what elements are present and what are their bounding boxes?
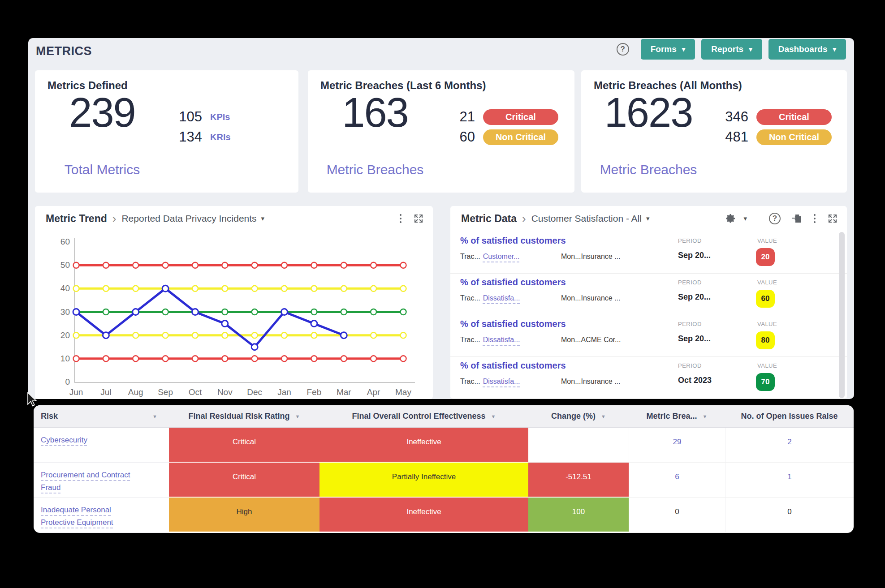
- metric-breaches-cell[interactable]: 0: [629, 498, 725, 532]
- column-header-label: Risk: [41, 412, 58, 421]
- metric-sub-info: Trac...Dissatisfa... Mon...Insurance ...: [460, 378, 520, 386]
- metric-dimension-link[interactable]: Customer...: [483, 253, 520, 260]
- column-header[interactable]: Final Overall Control Effectiveness ▼: [319, 405, 528, 427]
- metric-tracking-prefix: Trac...: [460, 336, 480, 343]
- svg-text:10: 10: [60, 354, 70, 363]
- metric-data-row[interactable]: % of satisfied customers Trac...Dissatis…: [450, 357, 847, 399]
- stat-card: Metrics Defined 239 Total Metrics 105 KP…: [35, 70, 298, 193]
- metric-data-row[interactable]: % of satisfied customers Trac...Customer…: [450, 232, 847, 274]
- column-header[interactable]: Risk ▼: [34, 405, 169, 427]
- metric-org-detail: Mon...Insurance ...: [561, 294, 621, 302]
- period-value: Oct 2023: [678, 376, 712, 385]
- metric-name-link[interactable]: % of satisfied customers: [460, 319, 566, 329]
- divider: [758, 213, 758, 224]
- vertical-scrollbar[interactable]: [839, 232, 845, 398]
- metric-dimension-link[interactable]: Dissatisfa...: [483, 378, 520, 385]
- stat-label: KPIs: [210, 112, 230, 122]
- settings-gear-button[interactable]: ▾: [725, 213, 747, 224]
- stat-value: 21: [440, 109, 475, 125]
- column-header[interactable]: Change (%) ▼: [528, 405, 629, 427]
- stat-card-breakdown: 105 KPIs 134 KRIs: [167, 109, 231, 145]
- risk-link[interactable]: Inadequate Personal Protective Equipment: [41, 506, 113, 527]
- stat-value: 346: [713, 109, 748, 125]
- metric-data-row[interactable]: % of satisfied customers Trac...Dissatis…: [450, 274, 847, 315]
- metric-name-link[interactable]: % of satisfied customers: [460, 277, 566, 288]
- caret-down-icon[interactable]: ▾: [646, 215, 650, 223]
- forms-button[interactable]: Forms ▾: [641, 39, 695, 60]
- metric-breaches-cell[interactable]: 29: [629, 428, 725, 463]
- risk-table-row: Procurement and Contract Fraud Critical …: [34, 463, 854, 498]
- stat-value: 60: [440, 129, 475, 145]
- risk-link[interactable]: Procurement and Contract Fraud: [41, 471, 130, 492]
- export-icon[interactable]: [791, 213, 802, 224]
- stat-card: Metric Breaches (Last 6 Months) 163 Metr…: [308, 70, 574, 193]
- metric-trend-header: Metric Trend › Reported Data Privacy Inc…: [35, 206, 433, 231]
- column-header[interactable]: Final Residual Risk Rating ▼: [169, 405, 319, 427]
- app-header: METRICS ? Forms ▾ Reports ▾ Dashboards ▾: [28, 38, 854, 65]
- stat-card-big-label: Total Metrics: [39, 162, 165, 177]
- caret-down-icon: ▾: [749, 45, 752, 53]
- metric-trend-selector[interactable]: Reported Data Privacy Incidents: [121, 213, 256, 224]
- metric-name-link[interactable]: % of satisfied customers: [460, 361, 566, 371]
- column-header[interactable]: No. of Open Issues Raise ▼: [725, 405, 854, 427]
- metric-org-detail: Mon...ACME Cor...: [561, 336, 621, 344]
- risk-table-row: Inadequate Personal Protective Equipment…: [34, 498, 854, 532]
- reports-button-label: Reports: [711, 44, 743, 54]
- column-header-label: No. of Open Issues Raise: [741, 412, 838, 421]
- mouse-cursor: [23, 391, 39, 408]
- metric-trend-title: Metric Trend: [46, 213, 107, 225]
- svg-text:30: 30: [60, 307, 70, 317]
- dashboards-button[interactable]: Dashboards ▾: [768, 39, 846, 60]
- metric-trend-panel: Metric Trend › Reported Data Privacy Inc…: [35, 206, 433, 399]
- metric-tracking-prefix: Trac...: [460, 253, 480, 260]
- panel-help-icon[interactable]: ?: [769, 213, 781, 224]
- metric-name-link[interactable]: % of satisfied customers: [460, 236, 566, 246]
- caret-down-icon[interactable]: ▾: [261, 215, 265, 223]
- metric-dimension-link[interactable]: Dissatisfa...: [483, 336, 520, 343]
- forms-button-label: Forms: [651, 44, 677, 54]
- metric-org-detail: Mon...Insurance ...: [561, 253, 621, 261]
- stat-card-big-number: 239: [39, 92, 165, 133]
- expand-icon[interactable]: [827, 213, 838, 224]
- period-column-label: PERIOD: [678, 362, 702, 369]
- stat-row: 60 Non Critical: [440, 129, 558, 145]
- value-badge: 60: [756, 290, 775, 308]
- svg-text:Jul: Jul: [100, 387, 111, 397]
- svg-text:Mar: Mar: [337, 387, 351, 397]
- stat-row: 346 Critical: [713, 109, 832, 125]
- stat-row: 105 KPIs: [167, 109, 231, 125]
- kebab-menu-icon[interactable]: [399, 213, 402, 224]
- sort-caret-icon[interactable]: ▼: [152, 414, 157, 419]
- kebab-menu-icon[interactable]: [813, 213, 816, 224]
- caret-down-icon: ▾: [833, 45, 836, 53]
- chevron-right-icon: ›: [112, 213, 117, 224]
- column-header[interactable]: Metric Brea... ▼: [629, 405, 725, 427]
- residual-risk-rating-cell: High: [169, 498, 319, 532]
- metric-tracking-prefix: Trac...: [460, 378, 480, 385]
- open-issues-cell[interactable]: 2: [725, 428, 854, 463]
- metric-dimension-link[interactable]: Dissatisfa...: [483, 294, 520, 302]
- dashboards-button-label: Dashboards: [778, 44, 828, 54]
- svg-text:Feb: Feb: [307, 387, 322, 397]
- open-issues-cell[interactable]: 1: [725, 463, 854, 498]
- metric-trend-chart: 0102030405060JunJulAugSepOctNovDecJanFeb…: [35, 233, 433, 399]
- help-icon[interactable]: ?: [617, 43, 629, 56]
- expand-icon[interactable]: [413, 213, 424, 224]
- sort-caret-icon[interactable]: ▼: [295, 414, 300, 419]
- risk-link[interactable]: Cybersecurity: [41, 436, 87, 444]
- metric-data-selector[interactable]: Customer Satisfaction - All: [531, 213, 642, 224]
- stat-row: 21 Critical: [440, 109, 558, 125]
- open-issues-cell[interactable]: 0: [725, 498, 854, 532]
- sort-caret-icon[interactable]: ▼: [601, 414, 606, 419]
- reports-button[interactable]: Reports ▾: [701, 39, 762, 60]
- sort-caret-icon[interactable]: ▼: [703, 414, 708, 419]
- value-column-label: VALUE: [757, 237, 777, 244]
- stat-value: 481: [713, 129, 748, 145]
- control-effectiveness-cell: Ineffective: [319, 428, 528, 463]
- metric-data-row[interactable]: % of satisfied customers Trac...Dissatis…: [450, 315, 847, 357]
- svg-text:20: 20: [60, 330, 70, 340]
- sort-caret-icon[interactable]: ▼: [491, 414, 496, 419]
- metric-data-title: Metric Data: [461, 213, 517, 225]
- metric-breaches-cell[interactable]: 6: [629, 463, 725, 498]
- residual-risk-rating-cell: Critical: [169, 463, 319, 498]
